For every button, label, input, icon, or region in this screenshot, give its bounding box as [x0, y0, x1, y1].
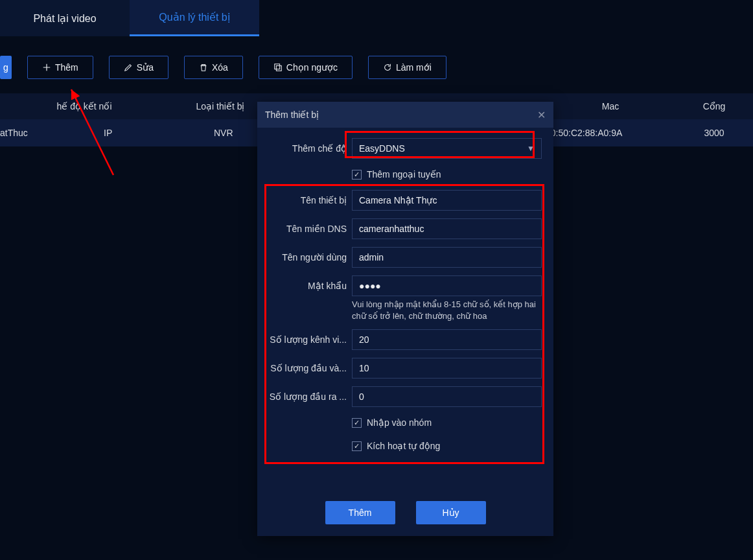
- row-mode: Thêm chế độ EasyDDNS ▼: [269, 134, 542, 163]
- plus-icon: [42, 63, 51, 72]
- toolbar: g Thêm Sửa Xóa Chọn ngược Làm mới: [0, 36, 753, 93]
- svg-rect-0: [275, 64, 280, 69]
- cell-connection: IP: [39, 128, 168, 138]
- row-auto-activate: ✓ Kích hoạt tự động: [269, 434, 542, 458]
- add-device-dialog: Thêm thiết bị ✕ Thêm chế độ EasyDDNS ▼ ✓…: [257, 102, 553, 536]
- row-dns: Tên miền DNS: [269, 215, 542, 243]
- dialog-submit-label: Thêm: [349, 508, 372, 518]
- refresh-button-label: Làm mới: [396, 62, 432, 73]
- input-password[interactable]: [359, 276, 535, 296]
- input-inputs-wrap: [352, 358, 542, 379]
- input-device-name-wrap: [352, 190, 542, 211]
- input-outputs-wrap: [352, 386, 542, 407]
- edit-button-label: Sửa: [137, 62, 154, 73]
- label-dns: Tên miền DNS: [269, 224, 347, 234]
- label-user: Tên người dùng: [269, 252, 347, 262]
- col-mac: Mac: [546, 101, 675, 111]
- dialog-submit-button[interactable]: Thêm: [325, 501, 395, 524]
- tab-bar: Phát lại video Quản lý thiết bị: [0, 0, 753, 36]
- col-connection-mode: hế độ kết nối: [0, 101, 168, 111]
- row-offline: ✓ Thêm ngoại tuyến: [269, 163, 542, 186]
- input-vi-channels[interactable]: [359, 330, 535, 349]
- tab-playback-label: Phát lại video: [33, 12, 96, 25]
- row-user: Tên người dùng: [269, 243, 542, 272]
- input-user[interactable]: [359, 248, 535, 267]
- label-password: Mật khẩu: [269, 281, 347, 291]
- tab-playback[interactable]: Phát lại video: [0, 0, 130, 36]
- input-dns-wrap: [352, 218, 542, 239]
- edit-button[interactable]: Sửa: [109, 56, 168, 79]
- refresh-icon: [383, 63, 392, 72]
- cell-port: 3000: [675, 128, 753, 138]
- label-vi-channels: Số lượng kênh vi...: [269, 334, 347, 345]
- select-mode[interactable]: EasyDDNS ▼: [352, 138, 542, 159]
- col-port: Cổng: [675, 101, 753, 111]
- refresh-button[interactable]: Làm mới: [368, 56, 446, 79]
- row-inputs: Số lượng đầu và...: [269, 354, 542, 382]
- label-mode: Thêm chế độ: [269, 143, 347, 154]
- invert-button-label: Chọn ngược: [286, 62, 338, 73]
- col-device-type: Loại thiết bị: [168, 101, 272, 111]
- select-mode-value: EasyDDNS: [359, 143, 405, 154]
- cell-device-name: atThuc: [0, 128, 39, 138]
- invert-selection-button[interactable]: Chọn ngược: [259, 56, 353, 79]
- invert-icon: [273, 63, 283, 72]
- input-password-wrap: [352, 275, 542, 296]
- dialog-actions: Thêm Hủy: [257, 501, 553, 524]
- dialog-cancel-label: Hủy: [442, 508, 459, 518]
- tabbar-spacer: [259, 0, 753, 36]
- input-outputs[interactable]: [359, 387, 535, 406]
- trash-icon: [199, 63, 208, 72]
- input-vi-channels-wrap: [352, 329, 542, 350]
- close-icon[interactable]: ✕: [537, 109, 546, 121]
- row-password: Mật khẩu: [269, 272, 542, 300]
- dialog-form: Thêm chế độ EasyDDNS ▼ ✓ Thêm ngoại tuyế…: [257, 128, 553, 458]
- row-import-group: ✓ Nhập vào nhóm: [269, 411, 542, 434]
- row-vi-channels: Số lượng kênh vi...: [269, 325, 542, 354]
- input-device-name[interactable]: [359, 191, 535, 210]
- chevron-down-icon: ▼: [527, 144, 535, 153]
- label-device-name: Tên thiết bị: [269, 195, 347, 205]
- dialog-title-text: Thêm thiết bị: [265, 110, 319, 120]
- input-dns[interactable]: [359, 219, 535, 239]
- search-chip[interactable]: g: [0, 56, 12, 79]
- checkbox-offline[interactable]: ✓: [352, 170, 362, 180]
- label-outputs: Số lượng đầu ra ...: [269, 391, 347, 402]
- input-user-wrap: [352, 247, 542, 268]
- add-button-label: Thêm: [55, 62, 78, 73]
- label-offline: Thêm ngoại tuyến: [367, 169, 441, 180]
- cell-type: NVR: [168, 128, 272, 138]
- add-button[interactable]: Thêm: [27, 56, 93, 79]
- label-inputs: Số lượng đầu và...: [269, 363, 347, 373]
- checkbox-auto-activate[interactable]: ✓: [352, 441, 362, 451]
- search-chip-text: g: [3, 62, 8, 73]
- label-import-group: Nhập vào nhóm: [367, 417, 432, 428]
- password-hint: Vui lòng nhập mật khẩu 8-15 chữ số, kết …: [269, 299, 542, 321]
- delete-button-label: Xóa: [212, 62, 228, 73]
- dialog-titlebar: Thêm thiết bị ✕: [257, 102, 553, 128]
- pencil-icon: [124, 63, 133, 72]
- label-auto-activate: Kích hoạt tự động: [367, 441, 440, 451]
- tab-device-management[interactable]: Quản lý thiết bị: [130, 0, 259, 36]
- row-device-name: Tên thiết bị: [269, 186, 542, 215]
- delete-button[interactable]: Xóa: [184, 56, 243, 79]
- row-outputs: Số lượng đầu ra ...: [269, 382, 542, 411]
- svg-rect-1: [276, 65, 281, 71]
- input-inputs[interactable]: [359, 358, 535, 378]
- cell-mac: 00:50:C2:88:A0:9A: [546, 128, 675, 138]
- tab-device-management-label: Quản lý thiết bị: [159, 11, 229, 23]
- checkbox-import-group[interactable]: ✓: [352, 418, 362, 428]
- dialog-cancel-button[interactable]: Hủy: [416, 501, 486, 524]
